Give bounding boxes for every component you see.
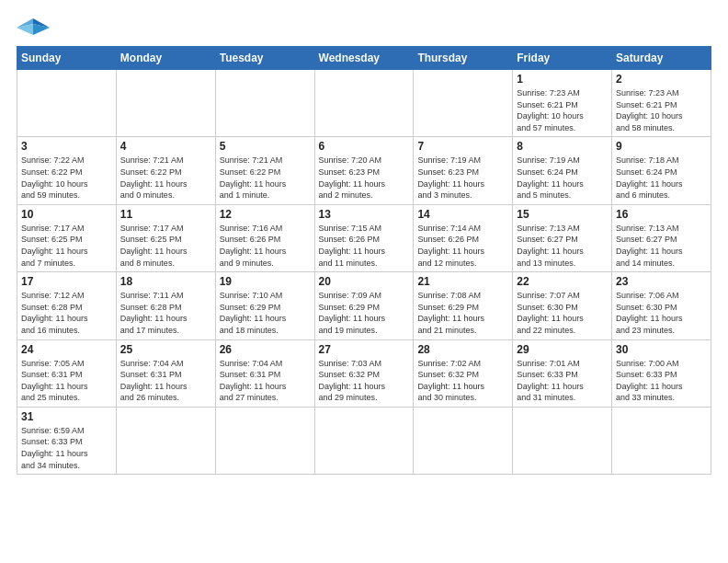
calendar-day-cell: 18Sunrise: 7:11 AM Sunset: 6:28 PM Dayli… bbox=[116, 272, 215, 339]
weekday-header-saturday: Saturday bbox=[612, 47, 711, 70]
weekday-header-friday: Friday bbox=[513, 47, 612, 70]
calendar-week-row: 1Sunrise: 7:23 AM Sunset: 6:21 PM Daylig… bbox=[17, 70, 711, 137]
logo-icon bbox=[17, 15, 50, 40]
day-info: Sunrise: 7:15 AM Sunset: 6:26 PM Dayligh… bbox=[319, 223, 410, 269]
day-info: Sunrise: 7:23 AM Sunset: 6:21 PM Dayligh… bbox=[616, 87, 707, 133]
day-info: Sunrise: 7:04 AM Sunset: 6:31 PM Dayligh… bbox=[220, 358, 311, 404]
calendar-day-cell: 15Sunrise: 7:13 AM Sunset: 6:27 PM Dayli… bbox=[513, 204, 612, 271]
calendar-day-cell: 28Sunrise: 7:02 AM Sunset: 6:32 PM Dayli… bbox=[414, 339, 513, 407]
calendar-day-cell bbox=[116, 70, 215, 137]
day-number: 10 bbox=[21, 208, 112, 221]
calendar-day-cell: 17Sunrise: 7:12 AM Sunset: 6:28 PM Dayli… bbox=[17, 272, 117, 339]
calendar-day-cell: 5Sunrise: 7:21 AM Sunset: 6:22 PM Daylig… bbox=[215, 137, 314, 204]
day-info: Sunrise: 7:12 AM Sunset: 6:28 PM Dayligh… bbox=[21, 290, 112, 336]
calendar-day-cell: 31Sunrise: 6:59 AM Sunset: 6:33 PM Dayli… bbox=[17, 407, 117, 474]
calendar-day-cell bbox=[314, 70, 414, 137]
calendar-day-cell bbox=[513, 407, 612, 474]
header bbox=[17, 15, 711, 40]
calendar-day-cell bbox=[215, 70, 314, 137]
day-number: 9 bbox=[616, 140, 707, 153]
day-info: Sunrise: 7:05 AM Sunset: 6:31 PM Dayligh… bbox=[21, 358, 112, 404]
calendar-day-cell: 26Sunrise: 7:04 AM Sunset: 6:31 PM Dayli… bbox=[215, 339, 314, 407]
calendar-day-cell: 21Sunrise: 7:08 AM Sunset: 6:29 PM Dayli… bbox=[414, 272, 513, 339]
day-info: Sunrise: 7:23 AM Sunset: 6:21 PM Dayligh… bbox=[517, 87, 608, 133]
calendar-day-cell: 16Sunrise: 7:13 AM Sunset: 6:27 PM Dayli… bbox=[612, 204, 711, 271]
day-info: Sunrise: 7:02 AM Sunset: 6:32 PM Dayligh… bbox=[417, 358, 508, 404]
day-info: Sunrise: 7:20 AM Sunset: 6:23 PM Dayligh… bbox=[319, 155, 410, 201]
calendar-day-cell: 2Sunrise: 7:23 AM Sunset: 6:21 PM Daylig… bbox=[612, 70, 711, 137]
calendar-day-cell: 25Sunrise: 7:04 AM Sunset: 6:31 PM Dayli… bbox=[116, 339, 215, 407]
calendar-day-cell: 12Sunrise: 7:16 AM Sunset: 6:26 PM Dayli… bbox=[215, 204, 314, 271]
calendar-week-row: 24Sunrise: 7:05 AM Sunset: 6:31 PM Dayli… bbox=[17, 339, 711, 407]
calendar-day-cell: 8Sunrise: 7:19 AM Sunset: 6:24 PM Daylig… bbox=[513, 137, 612, 204]
calendar-day-cell: 23Sunrise: 7:06 AM Sunset: 6:30 PM Dayli… bbox=[612, 272, 711, 339]
calendar-day-cell bbox=[314, 407, 414, 474]
calendar-day-cell: 30Sunrise: 7:00 AM Sunset: 6:33 PM Dayli… bbox=[612, 339, 711, 407]
day-number: 14 bbox=[417, 208, 508, 221]
day-info: Sunrise: 7:08 AM Sunset: 6:29 PM Dayligh… bbox=[417, 290, 508, 336]
calendar-day-cell bbox=[116, 407, 215, 474]
day-number: 29 bbox=[517, 343, 608, 356]
day-number: 1 bbox=[517, 73, 608, 86]
calendar-day-cell: 3Sunrise: 7:22 AM Sunset: 6:22 PM Daylig… bbox=[17, 137, 117, 204]
day-info: Sunrise: 7:00 AM Sunset: 6:33 PM Dayligh… bbox=[616, 358, 707, 404]
day-number: 23 bbox=[616, 275, 707, 288]
day-number: 24 bbox=[21, 343, 112, 356]
calendar-day-cell bbox=[612, 407, 711, 474]
page: SundayMondayTuesdayWednesdayThursdayFrid… bbox=[0, 0, 728, 484]
day-number: 18 bbox=[120, 275, 211, 288]
day-number: 8 bbox=[517, 140, 608, 153]
day-info: Sunrise: 7:03 AM Sunset: 6:32 PM Dayligh… bbox=[319, 358, 410, 404]
calendar-day-cell: 10Sunrise: 7:17 AM Sunset: 6:25 PM Dayli… bbox=[17, 204, 117, 271]
day-number: 12 bbox=[220, 208, 311, 221]
day-info: Sunrise: 7:19 AM Sunset: 6:24 PM Dayligh… bbox=[517, 155, 608, 201]
day-info: Sunrise: 7:10 AM Sunset: 6:29 PM Dayligh… bbox=[220, 290, 311, 336]
day-number: 3 bbox=[21, 140, 112, 153]
day-number: 27 bbox=[319, 343, 410, 356]
day-info: Sunrise: 7:11 AM Sunset: 6:28 PM Dayligh… bbox=[120, 290, 211, 336]
calendar-day-cell: 14Sunrise: 7:14 AM Sunset: 6:26 PM Dayli… bbox=[414, 204, 513, 271]
calendar-day-cell: 29Sunrise: 7:01 AM Sunset: 6:33 PM Dayli… bbox=[513, 339, 612, 407]
day-number: 2 bbox=[616, 73, 707, 86]
day-number: 21 bbox=[417, 275, 508, 288]
day-info: Sunrise: 6:59 AM Sunset: 6:33 PM Dayligh… bbox=[21, 425, 112, 471]
day-number: 31 bbox=[21, 410, 112, 423]
calendar-day-cell: 9Sunrise: 7:18 AM Sunset: 6:24 PM Daylig… bbox=[612, 137, 711, 204]
day-info: Sunrise: 7:13 AM Sunset: 6:27 PM Dayligh… bbox=[616, 223, 707, 269]
calendar-day-cell bbox=[414, 407, 513, 474]
day-number: 16 bbox=[616, 208, 707, 221]
calendar-day-cell: 20Sunrise: 7:09 AM Sunset: 6:29 PM Dayli… bbox=[314, 272, 414, 339]
calendar-week-row: 17Sunrise: 7:12 AM Sunset: 6:28 PM Dayli… bbox=[17, 272, 711, 339]
day-number: 28 bbox=[417, 343, 508, 356]
day-number: 22 bbox=[517, 275, 608, 288]
day-info: Sunrise: 7:21 AM Sunset: 6:22 PM Dayligh… bbox=[120, 155, 211, 201]
day-number: 11 bbox=[120, 208, 211, 221]
day-info: Sunrise: 7:13 AM Sunset: 6:27 PM Dayligh… bbox=[517, 223, 608, 269]
day-info: Sunrise: 7:19 AM Sunset: 6:23 PM Dayligh… bbox=[417, 155, 508, 201]
calendar-week-row: 3Sunrise: 7:22 AM Sunset: 6:22 PM Daylig… bbox=[17, 137, 711, 204]
calendar-day-cell: 11Sunrise: 7:17 AM Sunset: 6:25 PM Dayli… bbox=[116, 204, 215, 271]
weekday-header-wednesday: Wednesday bbox=[314, 47, 414, 70]
day-number: 19 bbox=[220, 275, 311, 288]
day-number: 20 bbox=[319, 275, 410, 288]
weekday-header-thursday: Thursday bbox=[414, 47, 513, 70]
weekday-header-row: SundayMondayTuesdayWednesdayThursdayFrid… bbox=[17, 47, 711, 70]
calendar-day-cell: 19Sunrise: 7:10 AM Sunset: 6:29 PM Dayli… bbox=[215, 272, 314, 339]
day-info: Sunrise: 7:16 AM Sunset: 6:26 PM Dayligh… bbox=[220, 223, 311, 269]
day-info: Sunrise: 7:06 AM Sunset: 6:30 PM Dayligh… bbox=[616, 290, 707, 336]
calendar-day-cell: 7Sunrise: 7:19 AM Sunset: 6:23 PM Daylig… bbox=[414, 137, 513, 204]
calendar-week-row: 31Sunrise: 6:59 AM Sunset: 6:33 PM Dayli… bbox=[17, 407, 711, 474]
calendar-table: SundayMondayTuesdayWednesdayThursdayFrid… bbox=[17, 46, 711, 475]
day-number: 6 bbox=[319, 140, 410, 153]
calendar-day-cell bbox=[17, 70, 117, 137]
day-number: 15 bbox=[517, 208, 608, 221]
day-number: 13 bbox=[319, 208, 410, 221]
day-info: Sunrise: 7:18 AM Sunset: 6:24 PM Dayligh… bbox=[616, 155, 707, 201]
day-number: 26 bbox=[220, 343, 311, 356]
day-number: 7 bbox=[417, 140, 508, 153]
calendar-day-cell: 24Sunrise: 7:05 AM Sunset: 6:31 PM Dayli… bbox=[17, 339, 117, 407]
day-number: 5 bbox=[220, 140, 311, 153]
calendar-day-cell: 27Sunrise: 7:03 AM Sunset: 6:32 PM Dayli… bbox=[314, 339, 414, 407]
day-info: Sunrise: 7:17 AM Sunset: 6:25 PM Dayligh… bbox=[21, 223, 112, 269]
calendar-week-row: 10Sunrise: 7:17 AM Sunset: 6:25 PM Dayli… bbox=[17, 204, 711, 271]
